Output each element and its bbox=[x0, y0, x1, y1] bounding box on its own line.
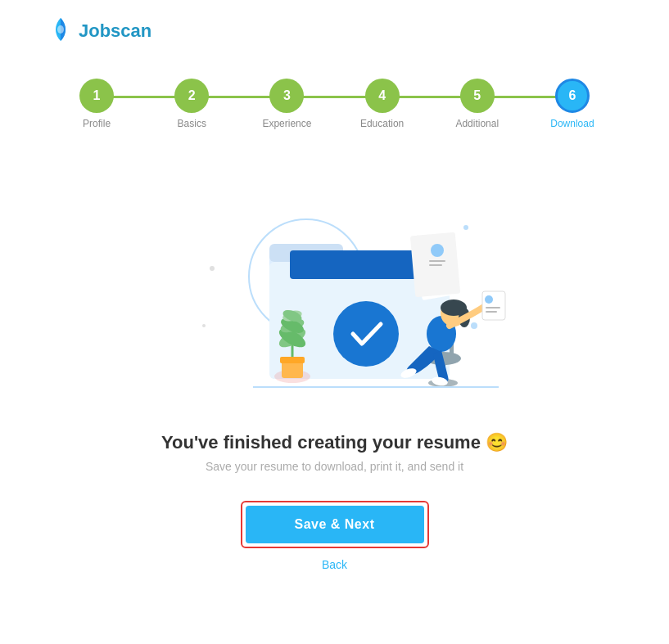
svg-rect-18 bbox=[280, 357, 305, 363]
svg-point-12 bbox=[431, 244, 444, 257]
svg-rect-38 bbox=[486, 307, 500, 308]
header: Jobscan bbox=[0, 0, 669, 54]
step-circle-2: 2 bbox=[174, 79, 209, 113]
step-1: 1 Profile bbox=[49, 79, 144, 129]
step-circle-6: 6 bbox=[555, 79, 590, 113]
step-circle-5: 5 bbox=[460, 79, 495, 113]
svg-point-1 bbox=[210, 266, 215, 271]
svg-rect-39 bbox=[486, 311, 497, 313]
button-area: Save & Next Back bbox=[0, 501, 669, 596]
step-label-3: Experience bbox=[262, 118, 311, 129]
svg-rect-13 bbox=[429, 260, 445, 262]
step-label-2: Basics bbox=[178, 118, 206, 129]
svg-point-0 bbox=[57, 25, 64, 34]
save-next-button[interactable]: Save & Next bbox=[246, 506, 424, 543]
svg-point-4 bbox=[463, 225, 468, 230]
step-circle-1: 1 bbox=[79, 79, 114, 113]
resume-illustration bbox=[163, 162, 507, 408]
step-5: 5 Additional bbox=[430, 79, 525, 129]
illustration bbox=[0, 146, 669, 416]
step-6: 6 Download bbox=[525, 79, 620, 129]
step-4: 4 Education bbox=[335, 79, 430, 129]
step-3: 3 Experience bbox=[239, 79, 334, 129]
message-title: You've finished creating your resume 😊 bbox=[0, 432, 669, 453]
logo-icon bbox=[49, 16, 72, 46]
svg-point-3 bbox=[202, 324, 206, 327]
svg-point-2 bbox=[471, 322, 477, 329]
logo-text: Jobscan bbox=[79, 20, 151, 42]
svg-rect-14 bbox=[429, 264, 442, 266]
step-circle-4: 4 bbox=[365, 79, 400, 113]
step-label-1: Profile bbox=[83, 118, 111, 129]
step-circle-3: 3 bbox=[269, 79, 304, 113]
svg-rect-36 bbox=[482, 291, 505, 320]
step-2: 2 Basics bbox=[144, 79, 239, 129]
message-area: You've finished creating your resume 😊 S… bbox=[0, 416, 669, 501]
stepper: 1 Profile 2 Basics 3 Experience 4 Educat… bbox=[0, 54, 669, 146]
step-label-6: Download bbox=[550, 118, 594, 129]
svg-point-37 bbox=[485, 295, 493, 304]
svg-point-15 bbox=[333, 301, 399, 367]
step-label-5: Additional bbox=[455, 118, 499, 129]
back-button[interactable]: Back bbox=[322, 558, 347, 571]
save-next-highlight: Save & Next bbox=[241, 501, 429, 548]
logo: Jobscan bbox=[49, 16, 151, 46]
step-label-4: Education bbox=[360, 118, 404, 129]
message-subtitle: Save your resume to download, print it, … bbox=[0, 460, 669, 473]
